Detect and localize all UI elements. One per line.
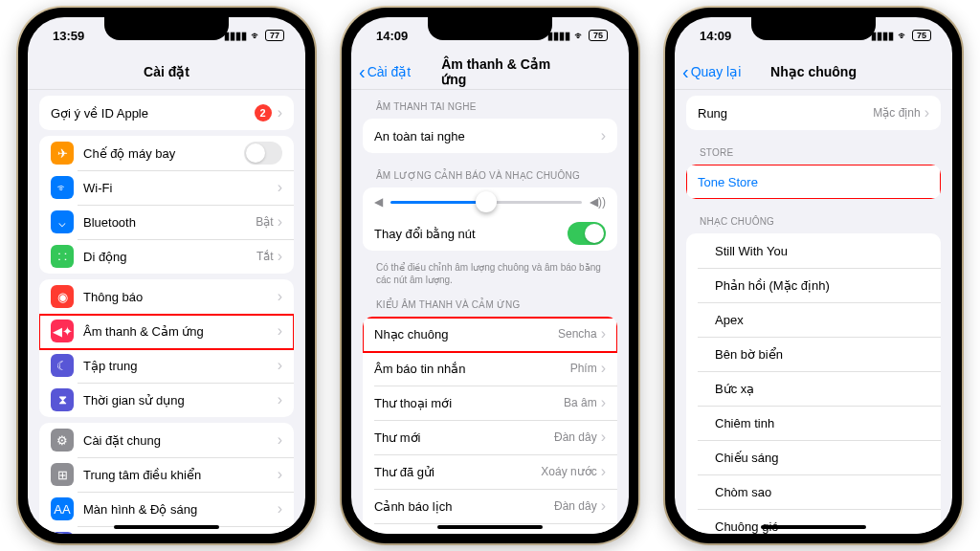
row-label: Chiêm tinh xyxy=(715,416,929,430)
battery-icon: 75 xyxy=(912,30,931,41)
row-label: Trung tâm điều khiển xyxy=(83,468,278,482)
row-icon: ⸬ xyxy=(51,245,74,268)
chevron-right-icon: › xyxy=(601,532,606,534)
volume-slider-row: ◀︎ ◀︎)) xyxy=(363,187,617,216)
nav-bar: ‹ Quay lại Nhạc chuông xyxy=(675,54,952,90)
ringtone-row[interactable]: Phản hồi (Mặc định) xyxy=(686,268,941,302)
row-icon: ⊞ xyxy=(51,463,74,486)
nav-bar: ‹ Cài đặt Âm thanh & Cảm ứng xyxy=(351,54,629,90)
group-header: STORE xyxy=(675,136,952,163)
ringtone-row[interactable]: Chiêm tinh xyxy=(686,406,941,440)
row-label: Cảnh báo lịch xyxy=(374,499,554,514)
ringtone-row[interactable]: Chiếu sáng xyxy=(686,440,941,474)
volume-slider[interactable] xyxy=(390,201,582,204)
toggle-change-buttons[interactable] xyxy=(568,222,606,245)
settings-row[interactable]: ᯤWi-Fi› xyxy=(39,170,294,205)
page-title: Âm thanh & Cảm ứng xyxy=(441,56,567,87)
chevron-right-icon: › xyxy=(278,179,282,196)
chevron-right-icon: › xyxy=(278,213,282,231)
page-title: Nhạc chuông xyxy=(770,64,857,79)
row-label: Cảnh báo Lời nhắc xyxy=(374,534,554,535)
chevron-right-icon: › xyxy=(278,322,282,340)
back-label: Quay lại xyxy=(691,64,742,79)
status-time: 14:09 xyxy=(700,29,731,43)
row-label: Cài đặt chung xyxy=(83,433,278,448)
row-value: Mặc định xyxy=(873,106,920,120)
row-value: Phím xyxy=(570,362,597,375)
back-button[interactable]: ‹ Cài đặt xyxy=(359,62,411,81)
row-icon: ᯤ xyxy=(51,176,74,199)
row-label: Phản hồi (Mặc định) xyxy=(715,278,929,293)
wifi-icon: ᯤ xyxy=(898,30,908,41)
chevron-right-icon: › xyxy=(278,391,282,408)
row-label: Thư đã gửi xyxy=(374,465,541,479)
settings-row[interactable]: ⸬Di độngTắt› xyxy=(39,239,294,274)
row-label: Bluetooth xyxy=(83,215,256,230)
row-value: Xoáy nước xyxy=(541,465,596,478)
notch xyxy=(428,17,552,40)
chevron-right-icon: › xyxy=(601,429,606,446)
row-label: Di động xyxy=(83,250,256,264)
settings-row[interactable]: ⊞Trung tâm điều khiển› xyxy=(39,457,294,492)
settings-row[interactable]: ☾Tập trung› xyxy=(39,348,294,383)
group-footer: Có thể điều chỉnh âm lượng chuông và âm … xyxy=(351,256,629,288)
row-vibration[interactable]: Rung Mặc định › xyxy=(686,96,941,130)
toggle[interactable] xyxy=(244,142,282,165)
row-value: Ba âm xyxy=(564,396,597,409)
row-label: Chế độ máy bay xyxy=(83,146,244,161)
settings-row[interactable]: AAMàn hình & Độ sáng› xyxy=(39,492,294,526)
row-label: Nhạc chuông xyxy=(374,327,558,342)
back-button[interactable]: ‹ Quay lại xyxy=(682,62,741,81)
chevron-right-icon: › xyxy=(278,288,282,305)
row-icon: ⚙︎ xyxy=(51,429,74,452)
settings-row[interactable]: ⧗Thời gian sử dụng› xyxy=(39,383,294,417)
row-change-with-buttons[interactable]: Thay đổi bằng nút xyxy=(363,216,617,251)
sound-row[interactable]: Cảnh báo lịchĐàn dây› xyxy=(363,489,617,523)
group-header: ÂM THANH TAI NGHE xyxy=(351,90,629,117)
row-icon: ◉ xyxy=(51,285,74,308)
row-tone-store[interactable]: Tone Store xyxy=(686,165,941,199)
row-label: Apex xyxy=(715,313,929,327)
sound-row[interactable]: Âm báo tin nhắnPhím› xyxy=(363,351,617,386)
row-label: Âm thanh & Cảm ứng xyxy=(83,324,278,339)
group-header: NHẠC CHUÔNG xyxy=(675,205,952,231)
chevron-right-icon: › xyxy=(278,500,282,518)
ringtone-row[interactable]: Apex xyxy=(686,302,941,337)
group-header: ÂM LƯỢNG CẢNH BÁO VÀ NHẠC CHUÔNG xyxy=(351,159,629,186)
row-label: Still With You xyxy=(715,244,929,258)
ringtone-row[interactable]: Chuông gió xyxy=(686,509,941,534)
status-time: 13:59 xyxy=(53,29,84,43)
row-label: Gợi ý về ID Apple xyxy=(51,106,255,121)
chevron-right-icon: › xyxy=(601,127,606,144)
chevron-right-icon: › xyxy=(601,463,606,480)
slider-thumb[interactable] xyxy=(476,191,497,212)
settings-row[interactable]: ◀︎✦Âm thanh & Cảm ứng› xyxy=(39,314,294,348)
ringtone-row[interactable]: Still With You xyxy=(686,233,941,268)
volume-low-icon: ◀︎ xyxy=(374,195,383,209)
row-headphone-safety[interactable]: An toàn tai nghe › xyxy=(363,119,617,153)
group-header: KIỂU ÂM THANH VÀ CẢM ỨNG xyxy=(351,288,629,315)
ringtone-row[interactable]: Bức xạ xyxy=(686,371,941,406)
ringtone-row[interactable]: Chòm sao xyxy=(686,474,941,509)
settings-row[interactable]: ⌵BluetoothBật› xyxy=(39,205,294,239)
row-apple-id[interactable]: Gợi ý về ID Apple 2 › xyxy=(39,96,294,130)
sound-row[interactable]: Thư thoại mớiBa âm› xyxy=(363,386,617,420)
status-time: 14:09 xyxy=(376,29,408,43)
row-label: Thời gian sử dụng xyxy=(83,393,278,408)
row-label: Chiếu sáng xyxy=(715,451,929,465)
row-value: Đàn dây xyxy=(554,499,597,513)
row-value: Tắt xyxy=(256,250,274,263)
settings-row[interactable]: ⚙︎Cài đặt chung› xyxy=(39,423,294,457)
ringtone-row[interactable]: Bên bờ biển xyxy=(686,337,941,371)
sound-row[interactable]: Nhạc chuôngSencha› xyxy=(363,317,617,351)
settings-row[interactable]: ◉Thông báo› xyxy=(39,279,294,314)
home-indicator xyxy=(114,525,219,529)
wifi-icon: ᯤ xyxy=(574,30,585,41)
settings-row[interactable]: ✈︎Chế độ máy bay xyxy=(39,136,294,170)
row-value: Sencha xyxy=(558,327,597,341)
row-label: Âm báo tin nhắn xyxy=(374,362,570,376)
sound-row[interactable]: Thư đã gửiXoáy nước› xyxy=(363,454,617,489)
sound-row[interactable]: Thư mớiĐàn dây› xyxy=(363,420,617,454)
chevron-right-icon: › xyxy=(278,466,282,483)
back-label: Cài đặt xyxy=(368,64,412,79)
